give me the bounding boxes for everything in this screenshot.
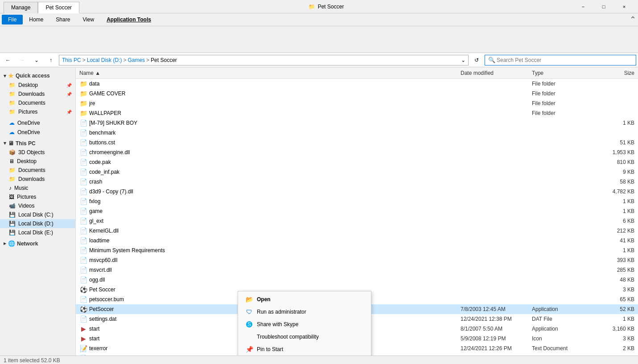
folder-icon: 📁	[9, 82, 16, 88]
address-path[interactable]: This PC > Local Disk (D:) > Games > Pet …	[59, 55, 469, 65]
sidebar-item-pictures[interactable]: 📁 Pictures 📌	[0, 107, 75, 116]
sidebar-item-downloads[interactable]: 📁 Downloads 📌	[0, 90, 75, 98]
folder-icon: 📁	[9, 100, 16, 106]
sidebar-item-desktop[interactable]: 📁 Desktop 📌	[0, 81, 75, 90]
folder-icon: 📁	[79, 80, 87, 88]
main-layout: ▾ ★ Quick access 📁 Desktop 📌 📁 Downloads…	[0, 67, 638, 356]
table-row[interactable]: 📁 GAME COVER File folder	[76, 89, 638, 98]
shield-icon: 🛡	[245, 308, 253, 316]
sidebar-item-locald[interactable]: 💾 Local Disk (D:)	[0, 219, 75, 228]
col-header-type[interactable]: Type	[532, 70, 594, 76]
table-row[interactable]: 📄 game 1 KB	[76, 206, 638, 216]
file-icon: 📄	[79, 197, 87, 205]
table-row[interactable]: 📄 msvcrt.dll 285 KB	[76, 265, 638, 275]
chevron-right-icon: ▸	[4, 241, 6, 246]
table-row[interactable]: 📄 fxlog 1 KB	[76, 196, 638, 206]
ctx-share-skype[interactable]: S Share with Skype	[238, 318, 371, 331]
music-icon: ♪	[9, 185, 12, 191]
ribbon-tabs: File Home Share View Application Tools ⌃	[0, 13, 638, 26]
folder-icon: 📁	[79, 109, 87, 117]
maximize-button[interactable]: □	[593, 0, 614, 13]
ctx-open[interactable]: 📂 Open	[238, 293, 371, 306]
sidebar-item-locale[interactable]: 💾 Local Disk (E:)	[0, 228, 75, 237]
table-row[interactable]: 📄 msvcp60.dll 393 KB	[76, 255, 638, 265]
recent-locations-button[interactable]: ⌄	[30, 54, 43, 66]
ctx-troubleshoot[interactable]: Troubleshoot compatibility	[238, 331, 371, 343]
minimize-button[interactable]: −	[573, 0, 593, 13]
dll-icon: 📄	[79, 148, 87, 156]
table-row[interactable]: 📄 Minimum System Requirements 1 KB	[76, 245, 638, 255]
tab-manage[interactable]: Manage	[4, 2, 38, 13]
up-button[interactable]: ↑	[45, 54, 57, 66]
path-petsoccer: Pet Soccer	[151, 57, 177, 63]
address-dropdown-button[interactable]: ⌄	[461, 57, 465, 63]
table-row[interactable]: 📄 KernelGL.dll 212 KB	[76, 226, 638, 236]
table-row[interactable]: 📄 crash 58 KB	[76, 177, 638, 187]
sidebar-item-onedrive1[interactable]: ☁ OneDrive	[0, 118, 75, 127]
table-row[interactable]: 📁 WALLPAPER File folder	[76, 108, 638, 118]
sidebar-header-thispc[interactable]: ▾ 🖥 This PC	[0, 139, 75, 148]
file-icon: 📄	[79, 129, 87, 137]
folder-icon: 📁	[9, 109, 16, 115]
path-games: Games	[128, 57, 145, 63]
table-row[interactable]: 📄 loadtime 41 KB	[76, 236, 638, 245]
search-wrap: 🔍	[485, 55, 636, 65]
back-button[interactable]: ←	[2, 54, 14, 66]
exe-icon: ▶	[79, 325, 87, 333]
file-icon: 📄	[79, 354, 87, 356]
ribbon-tab-view[interactable]: View	[76, 15, 100, 25]
drive-icon: 💾	[9, 229, 16, 236]
table-row[interactable]: 📁 jre File folder	[76, 98, 638, 108]
sidebar-item-3dobjects[interactable]: 📦 3D Objects	[0, 148, 75, 157]
sidebar-item-videos[interactable]: 📹 Videos	[0, 201, 75, 210]
ctx-run-as-admin[interactable]: 🛡 Run as administrator	[238, 306, 371, 318]
tab-petsoccer[interactable]: Pet Soccer	[38, 2, 79, 13]
sidebar-item-documents2[interactable]: 📁 Documents	[0, 166, 75, 175]
folder-icon: 📁	[9, 176, 16, 182]
table-row[interactable]: 📄 ogg.dll 48 KB	[76, 275, 638, 285]
sidebar-item-documents[interactable]: 📁 Documents	[0, 98, 75, 107]
address-bar: ← → ⌄ ↑ This PC > Local Disk (D:) > Game…	[0, 53, 638, 67]
folder-icon: 📁	[9, 167, 16, 173]
open-icon: 📂	[245, 295, 253, 303]
txt-icon: 📝	[79, 344, 87, 352]
table-row[interactable]: 📁 data File folder	[76, 79, 638, 89]
sidebar-item-desktop2[interactable]: 🖥 Desktop	[0, 157, 75, 166]
status-text: 1 item selected 52.0 KB	[4, 357, 60, 364]
sidebar-item-downloads2[interactable]: 📁 Downloads	[0, 175, 75, 184]
forward-button[interactable]: →	[16, 54, 29, 66]
table-row[interactable]: 📄 buttons.cst 51 KB	[76, 138, 638, 147]
ribbon-right-controls: ⌃	[630, 15, 636, 25]
sidebar-section-network: ▸ 🌐 Network	[0, 239, 75, 248]
ribbon-expand-icon[interactable]: ⌃	[630, 15, 636, 25]
dll-icon: 📄	[79, 256, 87, 264]
ribbon-tab-home[interactable]: Home	[23, 15, 49, 25]
sidebar-item-localc[interactable]: 💾 Local Disk (C:)	[0, 210, 75, 219]
close-button[interactable]: ×	[614, 0, 634, 13]
col-header-date[interactable]: Date modified	[461, 70, 532, 76]
file-icon: 📄	[79, 295, 87, 303]
sidebar-item-music[interactable]: ♪ Music	[0, 184, 75, 192]
table-row[interactable]: 📄 chromeengine.dll 1,953 KB	[76, 147, 638, 157]
folder-3d-icon: 📦	[9, 149, 16, 155]
table-row[interactable]: 📄 gl_ext 6 KB	[76, 216, 638, 226]
sidebar-header-network[interactable]: ▸ 🌐 Network	[0, 239, 75, 248]
sidebar-item-pictures2[interactable]: 🖼 Pictures	[0, 192, 75, 201]
ribbon-tab-application-tools[interactable]: Application Tools	[100, 15, 157, 25]
ctx-pin-start[interactable]: 📌 Pin to Start	[238, 343, 371, 356]
ribbon-tab-file[interactable]: File	[2, 15, 23, 25]
col-header-size[interactable]: Size	[594, 70, 634, 76]
search-input[interactable]	[485, 55, 636, 65]
sidebar-header-quickaccess[interactable]: ▾ ★ Quick access	[0, 71, 75, 81]
col-header-name[interactable]: Name ▲	[79, 70, 461, 76]
petsoccer-icon: ⚽	[79, 286, 87, 294]
ribbon-tab-share[interactable]: Share	[49, 15, 76, 25]
sidebar-item-onedrive2[interactable]: ☁ OneDrive	[0, 127, 75, 137]
table-row[interactable]: 📄 benchmark	[76, 128, 638, 138]
table-row[interactable]: 📄 code_inf.pak 9 KB	[76, 167, 638, 177]
table-row[interactable]: 📄 [M-79] SHUKR BOY 1 KB	[76, 118, 638, 128]
path-sep-1: >	[82, 57, 86, 63]
refresh-button[interactable]: ↺	[470, 54, 483, 66]
table-row[interactable]: 📄 d3d9 - Copy (7).dll 4,782 KB	[76, 187, 638, 196]
table-row[interactable]: 📄 code.pak 810 KB	[76, 157, 638, 167]
